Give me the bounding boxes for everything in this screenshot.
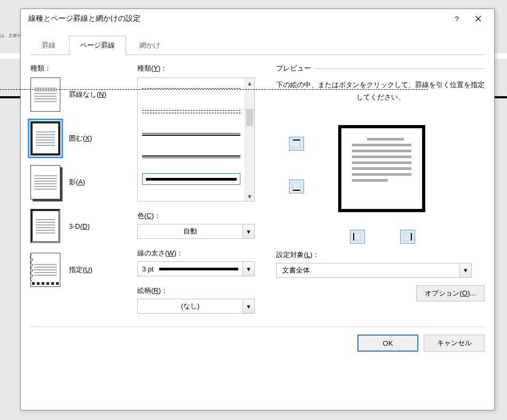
line-style-list	[138, 78, 245, 201]
options-button[interactable]: オプション(O)...	[416, 285, 485, 301]
help-button[interactable]: ?	[446, 11, 467, 27]
style-label: 種類(Y)：	[137, 64, 270, 73]
setting-shadow-icon	[30, 165, 60, 199]
chevron-down-icon: ▾	[243, 224, 254, 238]
dialog-content: 種類： 罫線なし(N) 囲む(X) 影(A)	[21, 55, 494, 322]
tab-borders[interactable]: 罫線	[30, 36, 67, 55]
scroll-thumb[interactable]	[246, 109, 253, 126]
svg-rect-6	[404, 233, 411, 240]
apply-to-label: 設定対象(L)：	[276, 250, 485, 260]
svg-rect-4	[354, 233, 361, 240]
setting-shadow-label: 影(A)	[69, 177, 85, 187]
color-label: 色(C)：	[137, 211, 270, 221]
art-dropdown[interactable]: (なし) ▾	[137, 299, 255, 314]
scroll-track[interactable]	[245, 88, 254, 191]
line-style-option[interactable]	[142, 83, 240, 95]
color-value: 自動	[138, 227, 243, 236]
dialog-footer: OK キャンセル	[21, 327, 494, 359]
setting-box-icon	[30, 121, 60, 155]
setting-group-label: 種類：	[30, 64, 131, 73]
line-style-option[interactable]	[142, 106, 240, 118]
art-label: 絵柄(R)：	[137, 286, 270, 295]
tab-shading[interactable]: 網かけ	[128, 36, 171, 55]
chevron-down-icon: ▾	[243, 299, 254, 313]
borders-and-shading-dialog: 線種とページ罫線と網かけの設定 ? 罫線 ページ罫線 網かけ 種類： 罫線なし(…	[20, 9, 495, 410]
setting-column: 種類： 罫線なし(N) 囲む(X) 影(A)	[30, 64, 131, 314]
scroll-up-icon[interactable]: ▴	[245, 78, 254, 88]
preview-group-label: プレビュー	[276, 64, 485, 73]
width-label: 線の太さ(W)：	[137, 248, 270, 258]
border-top-toggle[interactable]	[289, 137, 304, 151]
setting-3d[interactable]: 3-D(D)	[30, 209, 131, 243]
setting-3d-label: 3-D(D)	[69, 222, 90, 230]
close-button[interactable]	[467, 11, 489, 27]
preview-hint-text: 下の絵の中、またはボタンをクリックして、罫線を引く位置を指定してください。	[276, 79, 485, 104]
setting-none-icon	[30, 77, 60, 112]
titlebar: 線種とページ罫線と網かけの設定 ?	[21, 9, 494, 28]
setting-none[interactable]: 罫線なし(N)	[30, 77, 131, 112]
close-icon	[475, 15, 481, 22]
border-right-toggle[interactable]	[400, 230, 415, 244]
setting-custom-label: 指定(U)	[69, 265, 92, 275]
dialog-title: 線種とページ罫線と網かけの設定	[28, 14, 446, 24]
setting-custom[interactable]: 指定(U)	[30, 253, 131, 287]
preview-page-icon[interactable]	[338, 125, 425, 212]
setting-3d-icon	[30, 209, 60, 243]
tab-bar: 罫線 ページ罫線 網かけ	[21, 28, 494, 55]
setting-none-label: 罫線なし(N)	[69, 90, 106, 99]
line-style-listbox[interactable]: ▴ ▾	[137, 77, 255, 201]
line-width-preview-icon	[159, 268, 238, 270]
line-style-option-selected[interactable]	[142, 173, 240, 185]
line-style-scrollbar[interactable]: ▴ ▾	[245, 78, 254, 201]
apply-to-dropdown[interactable]: 文書全体 ▾	[276, 263, 472, 278]
cancel-button[interactable]: キャンセル	[424, 335, 485, 352]
ok-button[interactable]: OK	[357, 335, 418, 352]
setting-custom-icon	[30, 253, 60, 287]
color-dropdown[interactable]: 自動 ▾	[137, 224, 255, 239]
svg-rect-2	[293, 183, 300, 190]
svg-rect-0	[293, 140, 300, 147]
preview-column: プレビュー 下の絵の中、またはボタンをクリックして、罫線を引く位置を指定してくだ…	[276, 64, 485, 314]
apply-to-value: 文書全体	[277, 266, 459, 275]
line-options-column: 種類(Y)： ▴ ▾ 色(C)： 自動 ▾	[137, 64, 270, 314]
art-value: (なし)	[138, 301, 243, 311]
chevron-down-icon: ▾	[243, 262, 254, 276]
setting-box-label: 囲む(X)	[69, 134, 92, 143]
width-dropdown[interactable]: 3 pt ▾	[137, 261, 255, 276]
border-left-toggle[interactable]	[350, 230, 365, 244]
setting-shadow[interactable]: 影(A)	[30, 165, 131, 199]
line-style-option[interactable]	[142, 128, 240, 140]
scroll-down-icon[interactable]: ▾	[245, 191, 254, 201]
preview-stage	[276, 116, 485, 234]
chevron-down-icon: ▾	[459, 263, 471, 277]
line-style-option[interactable]	[142, 151, 240, 162]
setting-box[interactable]: 囲む(X)	[30, 121, 131, 155]
width-value: 3 pt	[138, 265, 243, 273]
tab-page-border[interactable]: ページ罫線	[69, 36, 126, 55]
border-bottom-toggle[interactable]	[289, 180, 304, 193]
